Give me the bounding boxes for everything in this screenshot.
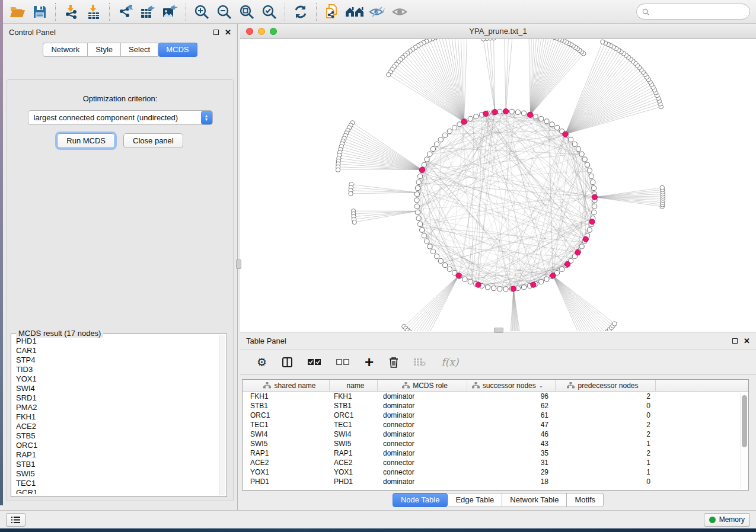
dominator-node[interactable] — [531, 282, 536, 287]
float-table-panel-icon[interactable] — [732, 338, 738, 344]
refresh-icon[interactable] — [289, 2, 312, 22]
column-header-mcds-role[interactable]: MCDS role — [378, 380, 467, 391]
dominator-node[interactable] — [419, 167, 425, 172]
table-row[interactable]: YOX1YOX1connector291 — [243, 467, 748, 477]
dominator-node[interactable] — [528, 112, 533, 117]
column-icon[interactable] — [282, 357, 292, 367]
table-row[interactable]: RAP1RAP1dominator352 — [243, 448, 748, 458]
dominator-node[interactable] — [563, 132, 568, 137]
export-image-icon[interactable] — [159, 2, 181, 22]
open-folder-icon[interactable] — [6, 2, 28, 22]
mcds-result-list[interactable]: PHD1CAR1STP4TID3YOX1SWI4SRD1PMA2FKH1ACE2… — [16, 336, 218, 494]
dominator-node[interactable] — [483, 111, 489, 116]
horizontal-splitter-handle[interactable] — [494, 328, 503, 333]
mcds-result-scrollbar[interactable] — [219, 335, 225, 495]
mcds-result-item[interactable]: RAP1 — [16, 450, 218, 460]
mcds-result-item[interactable]: STP4 — [16, 355, 218, 365]
float-panel-icon[interactable] — [213, 30, 219, 35]
new-network-from-selection-icon[interactable] — [321, 2, 343, 22]
column-header-predecessor-nodes[interactable]: predecessor nodes — [556, 380, 656, 391]
mcds-result-item[interactable]: SRD1 — [16, 393, 218, 403]
hide-selected-icon[interactable] — [366, 2, 388, 22]
column-header-successor-nodes[interactable]: successor nodes ⌄ — [467, 380, 556, 391]
tab-mcds[interactable]: MCDS — [158, 43, 197, 57]
table-row[interactable]: PHD1PHD1dominator180 — [243, 477, 748, 486]
dominator-node[interactable] — [503, 108, 508, 114]
mcds-result-item[interactable]: YOX1 — [16, 374, 218, 384]
mcds-result-item[interactable]: SWI4 — [16, 384, 218, 393]
table-row[interactable]: ORC1ORC1dominator610 — [243, 411, 748, 420]
add-icon[interactable]: + — [365, 357, 374, 367]
export-network-icon[interactable] — [114, 2, 136, 22]
close-panel-button[interactable]: Close panel — [123, 133, 183, 148]
table-row[interactable]: SWI5SWI5connector431 — [243, 439, 748, 448]
zoom-fit-icon[interactable] — [235, 2, 258, 22]
dominator-node[interactable] — [583, 236, 588, 242]
table-row[interactable]: ACE2ACE2connector311 — [243, 458, 748, 467]
search-input[interactable] — [652, 8, 744, 16]
mcds-result-item[interactable]: CAR1 — [16, 346, 218, 355]
mcds-result-item[interactable]: FKH1 — [16, 412, 218, 422]
dominator-node[interactable] — [565, 261, 570, 267]
tab-select[interactable]: Select — [121, 43, 158, 57]
search-field[interactable] — [636, 4, 750, 20]
tab-style[interactable]: Style — [88, 43, 121, 57]
dominator-node[interactable] — [461, 119, 467, 124]
dominator-node[interactable] — [592, 194, 597, 200]
tab-network-table[interactable]: Network Table — [502, 493, 567, 507]
close-panel-icon[interactable]: ✕ — [225, 28, 231, 36]
optimization-criterion-select[interactable]: largest connected component (undirected)… — [28, 110, 213, 125]
mcds-result-item[interactable]: PHD1 — [16, 336, 218, 346]
table-scrollbar[interactable] — [740, 393, 748, 489]
show-all-icon[interactable] — [388, 2, 411, 22]
export-table-icon[interactable] — [136, 2, 159, 22]
dominator-node[interactable] — [550, 273, 556, 278]
import-table-icon[interactable] — [82, 2, 105, 22]
table-row[interactable]: STB1STB1dominator620 — [243, 401, 748, 411]
tab-motifs[interactable]: Motifs — [567, 493, 604, 507]
mcds-result-item[interactable]: SWI5 — [16, 469, 218, 479]
save-icon[interactable] — [28, 2, 51, 22]
close-table-panel-icon[interactable]: ✕ — [744, 337, 750, 345]
import-network-icon[interactable] — [60, 2, 82, 22]
delete-icon[interactable] — [389, 357, 398, 368]
network-window-titlebar[interactable]: YPA_prune.txt_1 — [240, 24, 756, 39]
mcds-result-item[interactable]: ORC1 — [16, 441, 218, 450]
first-neighbors-icon[interactable] — [343, 2, 366, 22]
dominator-node[interactable] — [476, 282, 481, 287]
dominator-node[interactable] — [575, 250, 580, 255]
dominator-node[interactable] — [589, 219, 595, 225]
column-header-filler — [656, 380, 748, 391]
mcds-result-item[interactable]: ACE2 — [16, 422, 218, 431]
table-row[interactable]: TEC1TEC1connector472 — [243, 420, 748, 430]
memory-button[interactable]: Memory — [704, 513, 750, 527]
mcds-result-item[interactable]: STB5 — [16, 431, 218, 441]
tab-edge-table[interactable]: Edge Table — [448, 493, 502, 507]
gear-icon[interactable]: ⚙ — [257, 355, 267, 369]
mcds-result-item[interactable]: PMA2 — [16, 403, 218, 412]
zoom-in-icon[interactable] — [190, 2, 213, 22]
mcds-result-item[interactable]: STB1 — [16, 460, 218, 469]
deselect-all-icon[interactable] — [336, 359, 349, 366]
run-mcds-button[interactable]: Run MCDS — [57, 133, 115, 148]
column-header-name[interactable]: name — [330, 380, 378, 391]
mcds-result-item[interactable]: GCR1 — [16, 488, 218, 494]
network-canvas[interactable] — [240, 39, 756, 331]
tab-network[interactable]: Network — [43, 43, 88, 57]
mcds-result-item[interactable]: TID3 — [16, 365, 218, 374]
tab-node-table[interactable]: Node Table — [393, 493, 448, 507]
zoom-selected-icon[interactable] — [258, 2, 280, 22]
dominator-node[interactable] — [492, 110, 497, 115]
vertical-splitter-handle[interactable] — [236, 259, 241, 269]
task-history-button[interactable] — [6, 513, 25, 527]
zoom-out-icon[interactable] — [213, 2, 235, 22]
column-header-shared-name[interactable]: shared name — [243, 380, 330, 391]
table-scrollbar-thumb[interactable] — [742, 395, 747, 447]
select-all-icon[interactable] — [308, 359, 321, 366]
table-row[interactable]: SWI4SWI4dominator462 — [243, 430, 748, 439]
dominator-node[interactable] — [456, 273, 461, 278]
mcds-result-item[interactable]: TEC1 — [16, 479, 218, 488]
table-row[interactable]: FKH1FKH1dominator962 — [243, 392, 748, 401]
show-all-glyph — [391, 5, 408, 19]
dominator-node[interactable] — [511, 286, 516, 291]
